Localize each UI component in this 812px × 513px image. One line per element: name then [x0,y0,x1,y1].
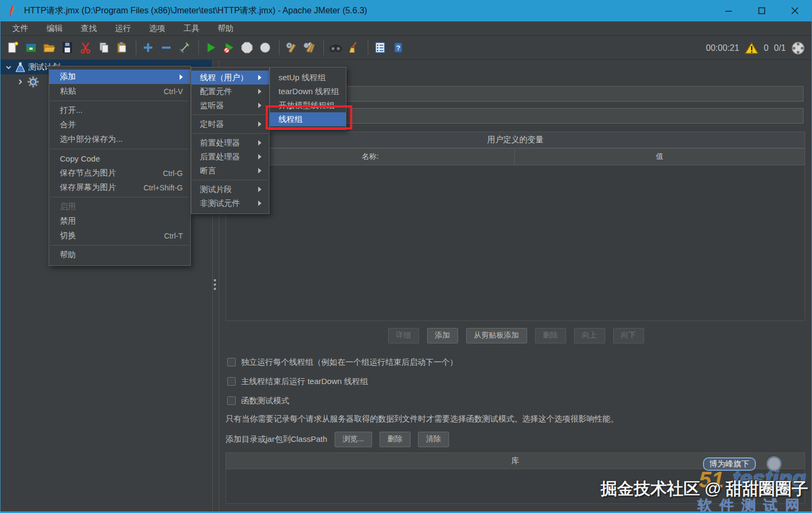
menu-item-open[interactable]: 打开... [49,103,190,118]
submenu-item-postprocessor[interactable]: 后置处理器 [191,150,269,164]
submenu-item-setup-thread-group[interactable]: setUp 线程组 [270,71,346,85]
close-button[interactable] [778,0,811,21]
add-icon[interactable] [140,39,156,56]
menu-item-copy-code[interactable]: Copy Code [49,151,190,166]
add-button[interactable]: 添加 [427,328,458,343]
submenu-item-test-fragment[interactable]: 测试片段 [191,182,269,196]
submenu-arrow-icon [258,140,261,146]
add-from-clipboard-button[interactable]: 从剪贴板添加 [466,328,527,343]
save-icon[interactable] [59,39,75,56]
paste-icon[interactable] [114,39,130,56]
submenu-arrow-icon [180,74,183,80]
menu-item-merge[interactable]: 合并 [49,118,190,132]
classpath-delete-button[interactable]: 删除 [380,432,411,447]
submenu-item-non-test-elements[interactable]: 非测试元件 [191,196,269,210]
menu-separator [50,197,189,197]
down-button[interactable]: 向下 [613,328,644,343]
minimize-icon [725,7,732,14]
checkbox-teardown-on-shutdown[interactable]: 主线程结束后运行 tearDown 线程组 [227,376,368,387]
submenu-item-teardown-thread-group[interactable]: tearDown 线程组 [270,85,346,98]
maximize-button[interactable] [745,0,778,21]
title-bar: HTTP请求.jmx (D:\Program Files (x86)\Jmete… [1,0,811,21]
checkbox-icon[interactable] [227,396,236,405]
clear-all-icon[interactable] [301,39,318,56]
menu-item-add[interactable]: 添加 [49,70,190,84]
library-table-body[interactable] [226,469,805,504]
context-menu: 添加 粘贴 Ctrl-V 打开... 合并 选中部分保存为... Copy Co… [49,66,191,266]
menu-item-save-screen-as-image[interactable]: 保存屏幕为图片 Ctrl+Shift-G [49,180,190,195]
browse-button[interactable]: 浏览... [335,432,372,447]
copy-icon[interactable] [96,39,112,56]
menu-bar: 文件 编辑 查找 运行 选项 工具 帮助 [1,21,811,36]
udv-column-value[interactable]: 值 [514,148,805,165]
menu-separator [192,114,268,115]
udv-table-body[interactable] [226,165,805,321]
submenu-item-config-element[interactable]: 配置元件 [191,85,269,98]
start-icon[interactable] [203,39,219,56]
menu-separator [192,180,268,180]
submenu-arrow-icon [258,187,261,192]
menu-run[interactable]: 运行 [109,22,137,35]
elapsed-timer: 00:00:21 [706,43,739,53]
maximize-icon [758,7,765,14]
submenu-item-listener[interactable]: 监听器 [191,98,269,112]
menu-item-save-node-as-image[interactable]: 保存节点为图片 Ctrl-G [49,166,190,180]
menu-item-help[interactable]: 帮助 [49,248,190,262]
submenu-arrow-icon [258,168,261,173]
log-warning-icon[interactable] [745,42,759,55]
new-file-icon[interactable] [5,39,21,56]
splitter-grip-icon[interactable] [214,279,216,290]
shutdown-icon[interactable] [257,39,273,56]
udv-section-title: 用户定义的变量 [226,132,805,148]
submenu-arrow-icon [258,201,261,206]
templates-icon[interactable] [23,39,39,56]
window-controls [712,0,811,21]
checkbox-functional-mode[interactable]: 函数测试模式 [227,395,289,406]
menu-separator [50,101,189,101]
menu-item-toggle[interactable]: 切换 Ctrl-T [49,228,190,243]
help-icon[interactable]: ? [390,39,406,56]
udv-table-header: 名称: 值 [226,148,805,165]
delete-button[interactable]: 删除 [535,328,566,343]
error-count: 0 [764,43,769,53]
toggle-edit-icon[interactable] [176,39,192,56]
submenu-item-timer[interactable]: 定时器 [191,117,269,131]
stop-icon[interactable] [239,39,255,56]
checkbox-run-groups-consecutively[interactable]: 独立运行每个线程组（例如在一个组运行结束后启动下一个） [227,357,458,367]
menu-search[interactable]: 查找 [74,22,103,35]
chevron-down-icon[interactable] [5,64,12,71]
menu-tools[interactable]: 工具 [177,22,206,35]
search-icon[interactable] [328,39,344,56]
chevron-right-icon[interactable] [17,78,24,86]
menu-separator [50,149,189,149]
menu-item-disable[interactable]: 禁用 [49,214,190,228]
menu-file[interactable]: 文件 [6,22,35,35]
window-title: HTTP请求.jmx (D:\Program Files (x86)\Jmete… [24,5,367,17]
clear-icon[interactable] [283,39,299,56]
menu-options[interactable]: 选项 [143,22,172,35]
close-icon [791,7,799,14]
function-helper-icon[interactable] [372,39,388,56]
checkbox-icon[interactable] [227,358,236,366]
menu-edit[interactable]: 编辑 [40,22,69,35]
remove-icon[interactable] [158,39,174,56]
toolbar-separator [323,40,324,55]
checkbox-icon[interactable] [227,377,236,386]
menu-help[interactable]: 帮助 [211,22,240,35]
menu-item-paste[interactable]: 粘贴 Ctrl-V [49,84,190,98]
open-file-icon[interactable] [41,39,57,56]
submenu-item-threads-users[interactable]: 线程（用户） [191,71,269,85]
up-button[interactable]: 向上 [574,328,605,343]
start-no-timers-icon[interactable] [221,39,237,56]
menu-item-save-selection-as[interactable]: 选中部分保存为... [49,132,190,147]
submenu-item-preprocessor[interactable]: 前置处理器 [191,136,269,150]
submenu-item-assertion[interactable]: 断言 [191,164,269,178]
submenu-arrow-icon [258,103,261,108]
thread-count: 0/1 [774,43,786,53]
reset-search-icon[interactable] [346,39,362,56]
detail-button[interactable]: 详细 [388,328,419,343]
minimize-button[interactable] [712,0,745,21]
classpath-clear-button[interactable]: 清除 [418,432,449,447]
submenu-arrow-icon [258,89,261,94]
cut-icon[interactable] [78,39,94,56]
